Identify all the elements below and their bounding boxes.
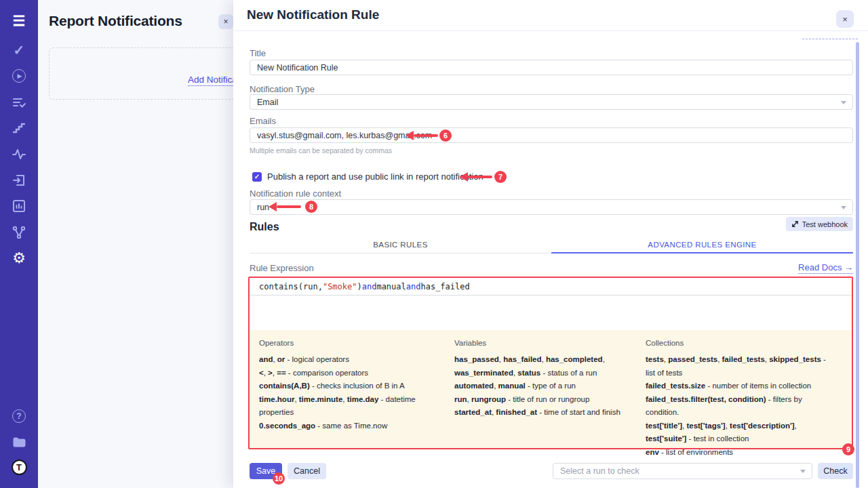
cancel-button[interactable]: Cancel bbox=[288, 463, 326, 479]
play-circle-icon[interactable]: ▶ bbox=[11, 68, 27, 84]
modal-scrollbar[interactable] bbox=[856, 42, 859, 488]
check-button[interactable]: Check bbox=[818, 463, 853, 479]
emails-hint: Multiple emails can be separated by comm… bbox=[250, 146, 392, 155]
help-column-title: Collections bbox=[646, 339, 831, 347]
help-item: failed_tests.size - number of items in c… bbox=[646, 380, 831, 393]
context-value: run bbox=[257, 203, 269, 212]
settings-gear-icon[interactable]: ⚙ bbox=[11, 250, 27, 266]
title-input[interactable] bbox=[250, 60, 853, 75]
menu-icon[interactable]: ☰ bbox=[11, 12, 27, 28]
steps-icon[interactable] bbox=[11, 120, 27, 136]
sidebar: ☰ ✓ ▶ ⚙ ? T bbox=[0, 0, 38, 488]
tab-basic-rules[interactable]: BASIC RULES bbox=[250, 237, 551, 253]
report-notifications-panel: Report Notifications × Add Notifica bbox=[38, 0, 233, 488]
help-column-operators: Operators and, or - logical operators<, … bbox=[259, 339, 454, 459]
add-notification-link[interactable]: Add Notifica bbox=[188, 75, 233, 86]
help-item: run, rungroup - title of run or rungroup bbox=[454, 393, 635, 407]
avatar-t[interactable]: T bbox=[11, 459, 27, 475]
help-column-title: Operators bbox=[259, 339, 443, 347]
publish-checkbox[interactable]: ✓ bbox=[252, 172, 262, 182]
modal-title: New Notification Rule bbox=[247, 7, 379, 22]
dashed-focus-line bbox=[802, 39, 858, 39]
help-icon[interactable]: ? bbox=[11, 408, 27, 424]
context-label: Notification rule context bbox=[250, 188, 341, 199]
annotation-badge-10: 10 bbox=[273, 472, 285, 485]
help-item: tests, passed_tests, failed_tests, skipp… bbox=[646, 353, 831, 380]
bar-chart-icon[interactable] bbox=[11, 198, 27, 214]
modal-close-button[interactable]: × bbox=[836, 10, 854, 28]
app-root: ☰ ✓ ▶ ⚙ ? T Report Notifications × bbox=[0, 0, 868, 488]
test-webhook-button[interactable]: Test webhook bbox=[786, 217, 853, 231]
help-item: started_at, finished_at - time of start … bbox=[454, 406, 635, 420]
title-label: Title bbox=[250, 48, 266, 58]
help-column-collections: Collections tests, passed_tests, failed_… bbox=[646, 339, 842, 459]
help-item: automated, manual - type of a run bbox=[454, 380, 635, 393]
notification-type-value: Email bbox=[257, 98, 278, 107]
publish-checkbox-row[interactable]: ✓ Publish a report and use public link i… bbox=[252, 171, 484, 182]
avatar-letter: T bbox=[12, 460, 27, 475]
question-glyph: ? bbox=[12, 409, 26, 423]
test-webhook-label: Test webhook bbox=[802, 220, 848, 228]
activity-icon[interactable] bbox=[11, 146, 27, 162]
help-item: <, >, == - comparison operators bbox=[259, 367, 443, 380]
close-icon: × bbox=[842, 14, 848, 24]
expression-help-panel: Operators and, or - logical operators<, … bbox=[250, 330, 852, 448]
chevron-down-icon bbox=[841, 101, 846, 104]
emails-label: Emails bbox=[250, 116, 276, 126]
branch-icon[interactable] bbox=[11, 224, 27, 241]
annotation-badge-7: 7 bbox=[494, 171, 507, 183]
close-icon: × bbox=[223, 17, 228, 26]
emails-input[interactable] bbox=[250, 127, 853, 143]
new-notification-rule-modal: New Notification Rule × Title Notificati… bbox=[233, 0, 868, 488]
annotation-badge-9: 9 bbox=[842, 443, 854, 455]
chevron-down-icon bbox=[841, 206, 846, 209]
help-item: test['title'], test['tags'], test['descr… bbox=[646, 420, 831, 446]
annotation-badge-8: 8 bbox=[305, 201, 317, 213]
rules-heading: Rules bbox=[250, 221, 279, 233]
empty-notification-placeholder bbox=[49, 47, 233, 100]
help-item: time.hour, time.minute, time.day - datet… bbox=[259, 393, 443, 420]
publish-checkbox-label: Publish a report and use public link in … bbox=[267, 171, 484, 182]
check-icon[interactable]: ✓ bbox=[11, 42, 27, 58]
help-item: failed_tests.filter(test, condition) - f… bbox=[646, 393, 831, 420]
panel-close-button[interactable]: × bbox=[218, 14, 233, 29]
list-check-icon[interactable] bbox=[11, 94, 27, 110]
play-glyph: ▶ bbox=[12, 69, 26, 83]
run-select-placeholder: Select a run to check bbox=[560, 466, 639, 476]
run-to-check-select[interactable]: Select a run to check bbox=[553, 463, 812, 479]
help-column-title: Variables bbox=[454, 339, 635, 347]
context-select[interactable]: run bbox=[250, 199, 853, 215]
rule-expression-code[interactable]: contains(run, "Smoke") and manual and ha… bbox=[250, 278, 852, 296]
help-column-variables: Variables has_passed, has_failed, has_co… bbox=[454, 339, 646, 459]
panel-title: Report Notifications bbox=[49, 13, 182, 29]
login-icon[interactable] bbox=[11, 172, 27, 188]
annotation-badge-6: 6 bbox=[439, 129, 452, 142]
help-item: 0.seconds_ago - same as Time.now bbox=[259, 420, 443, 433]
chevron-down-icon bbox=[800, 470, 806, 473]
folder-icon[interactable] bbox=[11, 434, 27, 450]
read-docs-link[interactable]: Read Docs → bbox=[798, 262, 853, 274]
tab-advanced-rules-engine[interactable]: ADVANCED RULES ENGINE bbox=[551, 237, 853, 253]
checkmark-icon: ✓ bbox=[254, 173, 260, 180]
help-item: env - list of environments bbox=[646, 446, 831, 460]
rules-tabs: BASIC RULES ADVANCED RULES ENGINE bbox=[250, 237, 853, 253]
modal-header: New Notification Rule bbox=[233, 0, 868, 31]
help-item: contains(A,B) - checks inclusion of B in… bbox=[259, 380, 443, 393]
help-item: and, or - logical operators bbox=[259, 353, 443, 367]
rule-expression-editor[interactable]: contains(run, "Smoke") and manual and ha… bbox=[250, 278, 852, 330]
notification-type-select[interactable]: Email bbox=[250, 94, 853, 110]
notification-type-label: Notification Type bbox=[250, 84, 315, 94]
webhook-icon bbox=[791, 220, 799, 228]
rule-expression-label: Rule Expression bbox=[250, 263, 314, 273]
help-item: has_passed, has_failed, has_completed, w… bbox=[454, 353, 635, 380]
